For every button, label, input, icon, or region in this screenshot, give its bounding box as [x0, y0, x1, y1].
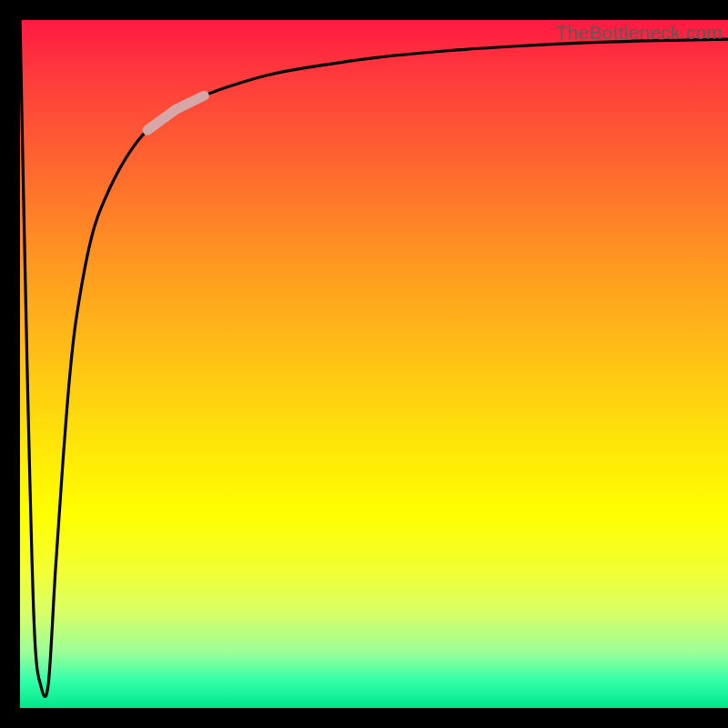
bottleneck-curve [20, 20, 728, 697]
chart-frame: TheBottleneck.com [0, 0, 728, 728]
curve-highlight [147, 96, 204, 130]
curve-svg [20, 20, 728, 708]
watermark-text: TheBottleneck.com [556, 22, 723, 44]
plot-area: TheBottleneck.com [20, 20, 728, 708]
